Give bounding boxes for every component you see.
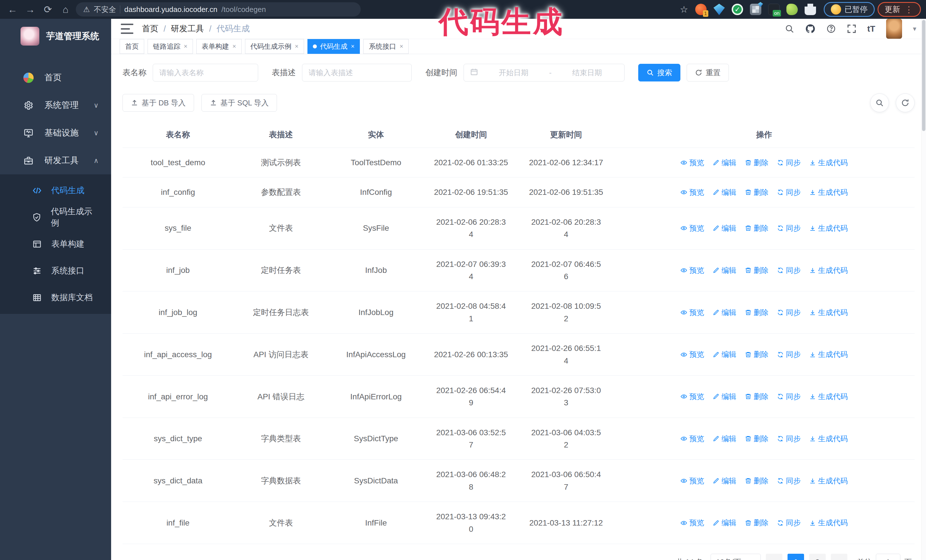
security-label[interactable]: 不安全 [94,5,116,15]
paused-profile-badge[interactable]: 已暂停 [824,2,875,17]
edit-link[interactable]: 编辑 [713,475,736,486]
delete-link[interactable]: 删除 [745,433,769,444]
edit-link[interactable]: 编辑 [713,187,736,198]
help-icon[interactable] [826,24,836,33]
next-page-button[interactable]: › [831,554,847,560]
generate-code-link[interactable]: 生成代码 [809,391,848,402]
user-avatar[interactable] [886,19,902,39]
sync-link[interactable]: 同步 [777,349,800,360]
preview-link[interactable]: 预览 [680,391,704,402]
extension-icon-orange[interactable]: 1 [695,4,707,15]
preview-link[interactable]: 预览 [680,265,704,276]
generate-code-link[interactable]: 生成代码 [809,475,848,486]
tab-代码生成示例[interactable]: 代码生成示例 × [245,39,304,54]
app-logo-row[interactable]: 芋道管理系统 [0,19,111,53]
generate-code-link[interactable]: 生成代码 [809,157,848,168]
sync-link[interactable]: 同步 [777,517,800,528]
tab-链路追踪[interactable]: 链路追踪 × [148,39,193,54]
github-icon[interactable] [805,24,816,34]
preview-link[interactable]: 预览 [680,222,704,234]
preview-link[interactable]: 预览 [680,517,704,528]
generate-code-link[interactable]: 生成代码 [809,265,848,276]
preview-link[interactable]: 预览 [680,157,704,168]
extension-icon-gem[interactable] [713,4,725,15]
address-bar[interactable]: ⚠ 不安全 dashboard.yudao.iocoder.cn/tool/co… [76,2,361,17]
tab-close-icon[interactable]: × [295,43,299,50]
breadcrumb-home[interactable]: 首页 [142,23,159,35]
tab-系统接口[interactable]: 系统接口 × [363,39,409,54]
sync-link[interactable]: 同步 [777,187,800,198]
extension-icon-green[interactable] [787,4,798,15]
extension-icon-switch[interactable]: on [768,4,779,15]
tab-close-icon[interactable]: × [184,43,188,50]
font-size-icon[interactable]: tT [867,24,875,33]
refresh-list-button[interactable] [896,94,915,112]
toggle-search-button[interactable] [870,94,889,112]
submenu-item-shield[interactable]: 代码生成示例 [0,204,111,231]
delete-link[interactable]: 删除 [745,187,769,198]
sync-link[interactable]: 同步 [777,265,800,276]
delete-link[interactable]: 删除 [745,265,769,276]
reset-button[interactable]: 重置 [687,64,729,82]
browser-home-button[interactable]: ⌂ [58,2,73,17]
sidebar-item-monitor[interactable]: 基础设施 ∨ [0,119,111,147]
breadcrumb-tools[interactable]: 研发工具 [171,23,204,35]
edit-link[interactable]: 编辑 [713,517,736,528]
delete-link[interactable]: 删除 [745,222,769,234]
generate-code-link[interactable]: 生成代码 [809,222,848,234]
submenu-item-sliders[interactable]: 系统接口 [0,258,111,284]
generate-code-link[interactable]: 生成代码 [809,517,848,528]
tab-表单构建[interactable]: 表单构建 × [196,39,242,54]
submenu-item-db[interactable]: 数据库文档 [0,284,111,311]
edit-link[interactable]: 编辑 [713,307,736,318]
generate-code-link[interactable]: 生成代码 [809,187,848,198]
start-date-placeholder[interactable]: 开始日期 [483,68,545,78]
bookmark-star-icon[interactable]: ☆ [680,4,688,15]
user-menu-caret-icon[interactable]: ▾ [913,25,916,33]
generate-code-link[interactable]: 生成代码 [809,349,848,360]
sync-link[interactable]: 同步 [777,157,800,168]
tab-代码生成[interactable]: 代码生成 × [307,39,360,54]
sync-link[interactable]: 同步 [777,307,800,318]
extension-icon-check[interactable]: ✓ [732,4,743,15]
browser-update-button[interactable]: 更新 ⋮ [878,2,921,17]
page-button-1[interactable]: 1 [788,554,804,560]
sync-link[interactable]: 同步 [777,222,800,234]
edit-link[interactable]: 编辑 [713,222,736,234]
tab-close-icon[interactable]: × [399,43,403,50]
create-time-range-picker[interactable]: 开始日期 - 结束日期 [464,64,625,82]
submenu-item-code[interactable]: 代码生成 [0,177,111,204]
browser-reload-button[interactable]: ⟳ [41,2,55,17]
delete-link[interactable]: 删除 [745,349,769,360]
edit-link[interactable]: 编辑 [713,349,736,360]
preview-link[interactable]: 预览 [680,475,704,486]
generate-code-link[interactable]: 生成代码 [809,307,848,318]
tab-首页[interactable]: 首页 [120,39,144,54]
extension-icon-grid[interactable] [750,4,761,15]
browser-back-button[interactable]: ← [5,2,20,17]
extensions-puzzle-icon[interactable] [805,4,816,15]
sidebar-item-toolbox[interactable]: 研发工具 ∧ [0,147,111,174]
delete-link[interactable]: 删除 [745,391,769,402]
tab-close-icon[interactable]: × [233,43,236,50]
import-sql-button[interactable]: 基于 SQL 导入 [201,94,277,112]
fullscreen-icon[interactable] [847,24,856,33]
delete-link[interactable]: 删除 [745,307,769,318]
end-date-placeholder[interactable]: 结束日期 [556,68,618,78]
sidebar-toggle-icon[interactable] [121,24,133,34]
tab-close-icon[interactable]: × [351,43,355,50]
delete-link[interactable]: 删除 [745,157,769,168]
sync-link[interactable]: 同步 [777,433,800,444]
sync-link[interactable]: 同步 [777,475,800,486]
preview-link[interactable]: 预览 [680,187,704,198]
generate-code-link[interactable]: 生成代码 [809,433,848,444]
search-icon[interactable] [785,24,794,33]
sidebar-item-dashboard[interactable]: 首页 [0,64,111,91]
import-db-button[interactable]: 基于 DB 导入 [123,94,194,112]
browser-forward-button[interactable]: → [23,2,38,17]
edit-link[interactable]: 编辑 [713,157,736,168]
page-button-2[interactable]: 2 [809,554,826,560]
edit-link[interactable]: 编辑 [713,433,736,444]
edit-link[interactable]: 编辑 [713,265,736,276]
edit-link[interactable]: 编辑 [713,391,736,402]
